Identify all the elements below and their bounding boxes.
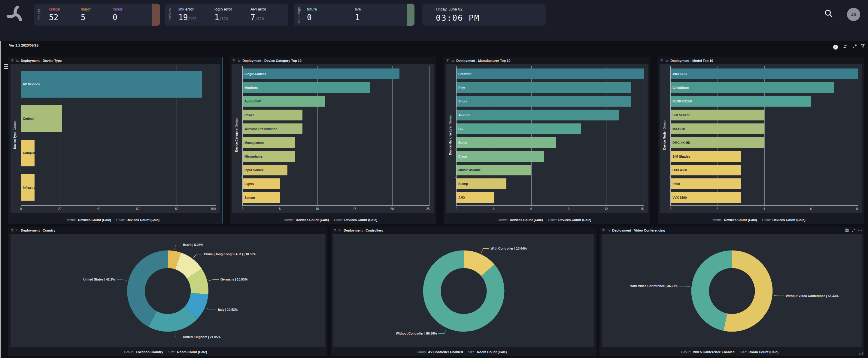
bar-row[interactable]: RLNK-P915R [671, 95, 858, 109]
donut-label: Without Controller | 86.36% [396, 332, 437, 335]
drilldown-icon[interactable]: ⇆ [607, 229, 610, 232]
bar-row[interactable]: AV Devices [21, 67, 216, 101]
bar[interactable]: Biamp [457, 178, 506, 189]
bar-row[interactable]: Cisco [457, 150, 644, 163]
bar-row[interactable]: LG [457, 122, 644, 136]
filter-icon[interactable] [446, 59, 449, 62]
drilldown-icon[interactable]: ⇆ [452, 59, 454, 62]
bar-row[interactable]: P300 [671, 177, 858, 191]
bar[interactable]: SIM Shades [671, 151, 741, 162]
bar[interactable]: Wireless Presentation [243, 123, 303, 134]
bar-row[interactable]: Monitors [243, 81, 430, 95]
drilldown-icon[interactable]: ⇆ [665, 59, 668, 62]
search-icon[interactable] [824, 9, 835, 20]
bar[interactable]: Power [243, 110, 303, 120]
bar-row[interactable]: Infrastructure [21, 170, 216, 205]
filter-icon[interactable] [861, 44, 865, 48]
bar[interactable]: AVI-SPL [457, 110, 619, 120]
expand-icon[interactable] [852, 229, 856, 232]
bar-row[interactable]: Input Source [243, 163, 430, 177]
bar[interactable]: VVX 1500 [671, 192, 741, 203]
bar[interactable]: LG [457, 123, 581, 134]
bar[interactable]: AMX [457, 192, 494, 203]
bar-row[interactable]: Management [243, 136, 430, 150]
bar-row[interactable]: Wireless Presentation [243, 122, 430, 136]
bar[interactable]: Middle Atlantic [457, 165, 531, 176]
drilldown-icon[interactable]: ⇆ [238, 59, 240, 62]
bar-row[interactable]: Shure [457, 95, 644, 109]
bar-row[interactable]: Power [243, 108, 430, 122]
expand-icon[interactable] [852, 44, 857, 49]
bar-row[interactable]: ClickShare [671, 81, 858, 95]
bar[interactable]: Sensor [243, 192, 280, 203]
bar-row[interactable]: Lights [243, 177, 430, 191]
save-icon[interactable] [845, 229, 849, 232]
app-logo-icon[interactable] [7, 5, 24, 23]
resize-grip-icon[interactable] [859, 351, 863, 355]
date-text: Friday, June 02 [436, 7, 479, 11]
bar[interactable]: Barco [457, 137, 556, 148]
bar-row[interactable]: SIM Shades [671, 150, 858, 163]
bar-row[interactable]: Audio DSP [243, 95, 430, 109]
bar-row[interactable]: Microphone [243, 150, 430, 163]
donut-slice[interactable] [691, 250, 732, 331]
bar[interactable]: Lights [243, 178, 280, 189]
bar[interactable]: Computer [21, 140, 35, 167]
bar[interactable]: Crestron [457, 68, 644, 79]
bar[interactable]: Microphone [243, 151, 295, 162]
download-button[interactable]: ↓ [833, 44, 838, 50]
bar[interactable]: HDX 4500 [671, 165, 741, 176]
drilldown-icon[interactable]: ⇆ [16, 229, 19, 232]
bar-row[interactable]: AVI-SPL [457, 108, 644, 122]
bar[interactable]: DMC-4K-HD [671, 137, 764, 148]
y-axis-label: Device CategoryGroup: [232, 64, 241, 205]
bar-row[interactable]: SIM Sensor [671, 108, 858, 122]
bar[interactable]: ClickShare [671, 82, 834, 93]
bar[interactable]: Infrastructure [21, 174, 35, 201]
bar-row[interactable]: VVX 1500 [671, 191, 858, 205]
bar[interactable]: Single Codecs [243, 68, 399, 79]
refresh-icon[interactable] [843, 44, 847, 49]
bar[interactable]: AV Devices [21, 71, 202, 98]
bar-row[interactable]: Sensor [243, 191, 430, 205]
bar-row[interactable]: Biamp [457, 177, 644, 191]
bar-row[interactable]: Middle Atlantic [457, 163, 644, 177]
filter-icon[interactable] [333, 229, 337, 232]
more-options-icon[interactable]: ••• [858, 229, 862, 232]
bar-row[interactable]: MXA910 [671, 122, 858, 136]
left-edge-scrollbar[interactable] [0, 1, 1, 358]
bar[interactable]: RLNK-P915R [671, 96, 811, 107]
bar[interactable]: Shure [457, 96, 631, 107]
label-leader-line [175, 245, 181, 249]
filter-icon[interactable] [602, 229, 605, 232]
bar[interactable]: Management [243, 137, 295, 148]
bar-label: Middle Atlantic [458, 168, 480, 172]
filter-icon[interactable] [232, 59, 236, 62]
drilldown-icon[interactable]: ⇆ [339, 229, 341, 232]
filter-icon[interactable] [660, 59, 663, 62]
bar[interactable]: Poly [457, 82, 631, 93]
filter-icon[interactable] [10, 59, 14, 62]
bar-row[interactable]: Poly [457, 81, 644, 95]
bar-row[interactable]: 49UH5EB [671, 67, 858, 81]
bar-row[interactable]: Single Codecs [243, 67, 430, 81]
bar[interactable]: P300 [671, 178, 741, 189]
bar[interactable]: Input Source [243, 165, 287, 176]
bar-row[interactable]: DMC-4K-HD [671, 136, 858, 150]
bar[interactable]: Audio DSP [243, 96, 325, 107]
bar-row[interactable]: HDX 4500 [671, 163, 858, 177]
bar-row[interactable]: Barco [457, 136, 644, 150]
bar[interactable]: Cisco [457, 151, 544, 162]
bar-row[interactable]: Crestron [457, 67, 644, 81]
bar[interactable]: MXA910 [671, 123, 764, 134]
bar[interactable]: SIM Sensor [671, 110, 764, 120]
bar[interactable]: 49UH5EB [671, 68, 858, 79]
bar-row[interactable]: AMX [457, 191, 644, 205]
bar-row[interactable]: Computer [21, 136, 216, 170]
bar-row[interactable]: Codecs [21, 101, 216, 136]
bar[interactable]: Codecs [21, 105, 62, 132]
bar[interactable]: Monitors [243, 82, 370, 93]
drilldown-icon[interactable]: ⇆ [16, 59, 19, 62]
filter-icon[interactable] [10, 229, 14, 232]
avatar[interactable]: JS [847, 8, 860, 21]
